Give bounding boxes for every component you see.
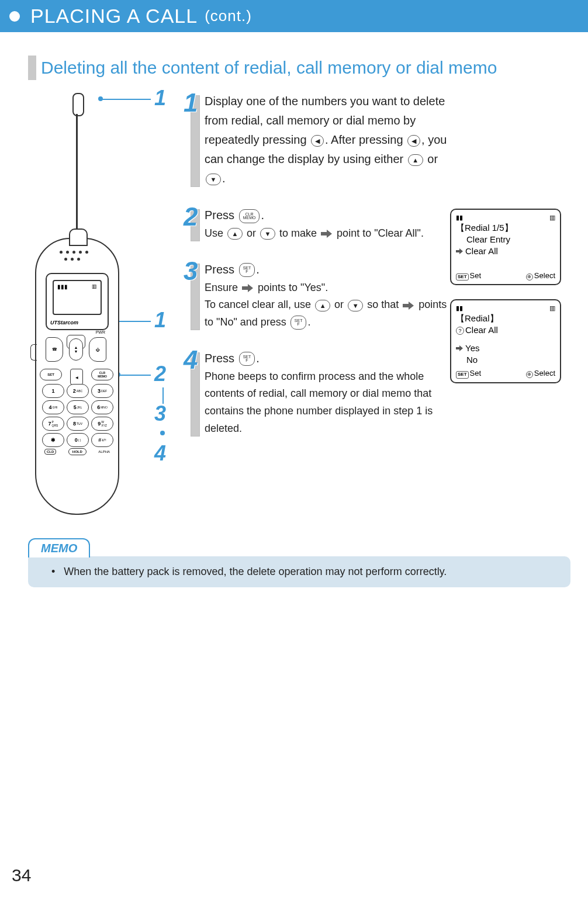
bottom-row: CLD HOLD ALPHA <box>44 448 110 455</box>
text-fragment: Clear All <box>465 324 498 336</box>
key-8: 8TUV <box>67 417 89 431</box>
callout-line <box>102 99 151 100</box>
key-7: 7PQRS <box>42 417 64 431</box>
text-fragment: Press <box>205 209 238 221</box>
text-fragment: . <box>307 316 310 328</box>
alpha-label: ALPHA <box>98 450 110 453</box>
earpiece <box>60 251 88 254</box>
hold-key: HOLD <box>68 448 87 455</box>
softkey-select: ⊕Select <box>526 368 555 379</box>
down-key-icon: ▼ <box>260 228 275 240</box>
signal-icon: ▮▮ <box>456 304 463 313</box>
set-f-key-icon: SETF <box>239 263 255 277</box>
confirm-question: ?Clear All <box>456 324 555 336</box>
key-4: 4GHI <box>42 400 64 414</box>
memo-box: MEMO • When the battery pack is removed,… <box>28 538 570 587</box>
antenna-base <box>69 228 88 246</box>
text-fragment: to make <box>279 227 320 239</box>
clr-memo-key-icon: CLRMEMO <box>239 209 260 223</box>
down-key-icon: ▼ <box>348 300 363 311</box>
key-star: ✱ <box>42 433 64 447</box>
menu-option: Clear Entry <box>456 234 555 245</box>
up-key-icon: ▲ <box>408 154 423 166</box>
phone-callout-2: 2 <box>154 362 166 386</box>
steps-list: 1 Display one of the numbers you want to… <box>175 92 450 455</box>
step-text: Press SETF. Phone beeps to confirm proce… <box>205 349 450 438</box>
step-number: 4 <box>184 345 198 375</box>
section-header: PLACING A CALL (cont.) <box>0 0 588 32</box>
subsection-heading: Deleting all the content of redial, call… <box>28 56 570 80</box>
memo-body: • When the battery pack is removed, the … <box>28 556 570 587</box>
text-fragment: Press <box>205 263 238 276</box>
set-f-key-icon: SETF <box>290 316 307 330</box>
header-title: PLACING A CALL <box>30 5 198 27</box>
phone-callout-1-top: 1 <box>154 86 166 110</box>
step-3: 3 Press SETF. Ensure points to "Yes". To… <box>175 260 450 331</box>
step-2: 2 Press CLRMEMO. Use ▲ or ▼ to make poin… <box>175 206 450 243</box>
nav-rocker: ▲▼ <box>69 338 83 361</box>
key-0: 0( ) <box>67 433 89 447</box>
pointer-icon <box>456 248 464 254</box>
phone-callout-4-dot <box>160 431 165 435</box>
end-key: ⏻ <box>89 337 106 362</box>
antenna-cap <box>72 93 84 116</box>
cld-key: CLD <box>44 449 56 455</box>
step-number: 1 <box>184 88 198 117</box>
step-4: 4 Press SETF. Phone beeps to confirm pro… <box>175 349 450 438</box>
softkey-set: SETSet <box>456 368 481 379</box>
redial-key: ◀ <box>70 369 83 385</box>
text-fragment: point to "Clear All". <box>337 227 424 239</box>
key-5: 5JKL <box>67 400 89 414</box>
set-key: SET <box>40 369 62 380</box>
text-fragment: To cancel clear all, use <box>205 299 314 310</box>
option-yes: Yes <box>456 342 555 354</box>
screen-title: 【Redial】 <box>456 313 555 324</box>
text-fragment: or <box>334 299 347 310</box>
redial-key-icon: ◀ <box>407 135 420 147</box>
key-hash: #&?! <box>91 433 113 447</box>
key-9: 9WXYZ <box>91 417 113 431</box>
pointer-icon <box>456 345 464 351</box>
step-sub-text: Phone beeps to confirm process and the w… <box>205 368 450 438</box>
text-fragment: Yes <box>465 342 479 354</box>
callout-line <box>162 387 164 404</box>
step-number: 2 <box>184 202 198 231</box>
step-text: Press SETF. Ensure points to "Yes". To c… <box>205 260 450 331</box>
screen-examples: ▮▮▥ 【Redial 1/5】 Clear Entry Clear All S… <box>450 92 561 397</box>
text-fragment: Use <box>205 227 226 239</box>
clr-memo-key: CLRMEMO <box>91 369 113 380</box>
phone-screen-bezel: ▮▮▮ ▥ UTStarcom <box>46 273 109 330</box>
option-no: No <box>456 354 555 366</box>
brand-label: UTStarcom <box>50 320 78 325</box>
text-fragment: Press <box>205 352 238 365</box>
page-number: 34 <box>12 865 31 885</box>
phone-screen: ▮▮▮ ▥ <box>53 280 102 315</box>
key-3: 3DEF <box>91 384 113 398</box>
function-key-row: SET ◀ CLRMEMO <box>40 369 113 385</box>
earpiece <box>64 258 80 261</box>
question-icon: ? <box>456 327 464 335</box>
set-f-key-icon: SETF <box>239 352 255 366</box>
bullet-icon <box>9 11 20 22</box>
memo-text: When the battery pack is removed, the de… <box>64 566 447 577</box>
phone-callout-3: 3 <box>154 401 166 426</box>
screen-title: 【Redial 1/5】 <box>456 222 555 234</box>
text-fragment: . After pressing <box>325 133 406 146</box>
header-continuation: (cont.) <box>205 7 252 25</box>
text-fragment: so that <box>367 299 402 310</box>
key-6: 6MNO <box>91 400 113 414</box>
memo-label: MEMO <box>28 538 90 557</box>
softkey-set: SETSet <box>456 271 481 281</box>
phone-callout-1: 1 <box>154 308 166 333</box>
text-fragment: or <box>424 153 438 165</box>
step-number: 3 <box>184 257 198 286</box>
signal-icon: ▮▮ <box>456 213 463 222</box>
up-key-icon: ▲ <box>315 300 330 311</box>
phone-callout-4: 4 <box>154 441 166 466</box>
step-text: Display one of the numbers you want to d… <box>205 92 450 188</box>
battery-icon: ▥ <box>549 304 555 313</box>
up-key-icon: ▲ <box>227 228 243 240</box>
pointer-icon <box>242 284 254 292</box>
battery-icon: ▥ <box>92 283 97 289</box>
text-fragment: or <box>247 227 259 239</box>
